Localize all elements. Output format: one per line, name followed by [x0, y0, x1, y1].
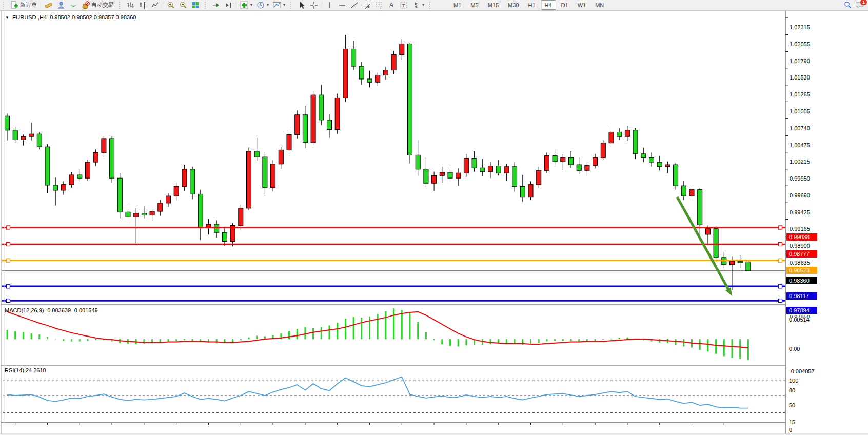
- candle-body: [544, 156, 549, 171]
- candle-body: [134, 213, 139, 217]
- chart-window: ▼ EURUSD-,H4 0.98502 0.98502 0.98357 0.9…: [0, 10, 868, 435]
- text-label-button[interactable]: T: [398, 1, 410, 9]
- zoom-in-button[interactable]: [165, 1, 177, 9]
- toolbar-separator: [236, 2, 236, 9]
- price-level-badge: 0.98777: [786, 250, 817, 258]
- line-chart-button[interactable]: [149, 1, 161, 9]
- toolbar-grip[interactable]: [119, 2, 122, 9]
- new-order-button[interactable]: 新订单: [8, 1, 39, 9]
- chart-canvas[interactable]: [0, 10, 868, 435]
- candlestick-icon: [139, 1, 147, 9]
- candle-body: [102, 139, 106, 152]
- timeframe-button-m30[interactable]: M30: [504, 0, 523, 10]
- crosshair-button[interactable]: [308, 1, 320, 9]
- price-tick-label: 1.00740: [790, 125, 810, 131]
- rsi-axis-label: 50: [789, 402, 795, 408]
- toolbar-grip[interactable]: [290, 2, 293, 9]
- candle-body: [391, 55, 396, 70]
- timeframe-button-d1[interactable]: D1: [557, 0, 573, 10]
- price-tick-label: 0.98635: [790, 260, 810, 266]
- zoom-out-button[interactable]: [177, 1, 189, 9]
- toolbar-grip[interactable]: [205, 2, 208, 9]
- auto-scroll-icon: [212, 1, 220, 9]
- price-level-badge: 0.99038: [786, 233, 817, 241]
- auto-scroll-button[interactable]: [210, 1, 222, 9]
- macd-axis-label: 0.00: [789, 346, 800, 352]
- dropdown-arrow-icon[interactable]: ▾: [267, 3, 269, 7]
- candle-body: [641, 154, 646, 157]
- timeframe-button-m1[interactable]: M1: [449, 0, 465, 10]
- timeframe-button-h4[interactable]: H4: [541, 0, 556, 10]
- line-anchor: [779, 226, 782, 229]
- candle-body: [456, 173, 461, 178]
- candle-body: [464, 159, 468, 173]
- candlestick-chart-button[interactable]: [136, 1, 149, 9]
- indicators-button[interactable]: ▾: [238, 1, 254, 9]
- candle-body: [142, 213, 146, 215]
- timeframe-button-m15[interactable]: M15: [484, 0, 503, 10]
- toolbar-separator: [163, 2, 163, 9]
- candle-body: [53, 185, 58, 190]
- candle-body: [432, 175, 437, 183]
- notifications-icon[interactable]: 1: [856, 2, 864, 10]
- periods-button[interactable]: ▾: [254, 1, 271, 9]
- trendline-button[interactable]: [348, 1, 361, 9]
- candle-body: [271, 164, 275, 188]
- price-tick-label: 0.99165: [790, 226, 810, 232]
- chart-shift-button[interactable]: [222, 1, 234, 9]
- price-tick-label: 1.01790: [790, 58, 810, 64]
- dropdown-arrow-icon[interactable]: ▾: [422, 3, 424, 7]
- candle-body: [528, 185, 533, 197]
- bar-chart-button[interactable]: [124, 1, 136, 9]
- timeframe-button-mn[interactable]: MN: [591, 0, 608, 10]
- macd-indicator-label: MACD(12,26,9) -0.003639 -0.001549: [5, 307, 98, 313]
- candle-body: [408, 44, 412, 155]
- timeframe-button-m5[interactable]: M5: [466, 0, 482, 10]
- line-anchor: [779, 285, 782, 288]
- candle-body: [86, 162, 90, 178]
- dropdown-arrow-icon[interactable]: ▾: [250, 3, 252, 7]
- candle-body: [287, 134, 291, 150]
- notification-count-badge: 1: [860, 0, 867, 5]
- line-anchor: [7, 243, 10, 246]
- candle-body: [649, 157, 654, 162]
- styler-button[interactable]: [43, 1, 55, 9]
- timeframe-button-w1[interactable]: W1: [574, 0, 590, 10]
- candle-body: [311, 95, 315, 142]
- autotrading-button[interactable]: 自动交易: [80, 1, 116, 9]
- signals-button[interactable]: [67, 1, 80, 9]
- one-click-expand-icon[interactable]: ▼: [5, 15, 9, 20]
- price-tick-label: 0.99425: [790, 209, 810, 215]
- candle-body: [303, 115, 307, 143]
- timeframe-button-h1[interactable]: H1: [524, 0, 539, 10]
- tile-windows-button[interactable]: [189, 1, 202, 9]
- candle-body: [698, 190, 702, 225]
- templates-button[interactable]: ▾: [271, 1, 287, 9]
- equidistant-channel-button[interactable]: E: [361, 1, 373, 9]
- price-level-badge: 0.97894: [786, 307, 817, 314]
- rsi-axis-label: 0: [789, 427, 792, 433]
- candle-body: [383, 70, 388, 75]
- toolbar-grip[interactable]: [3, 2, 6, 9]
- text-button[interactable]: A: [385, 1, 398, 9]
- arrows-button[interactable]: ▾: [410, 1, 426, 9]
- toolbar-grip[interactable]: [429, 2, 432, 9]
- dropdown-arrow-icon[interactable]: ▾: [283, 3, 285, 7]
- candle-body: [93, 152, 98, 162]
- fibonacci-button[interactable]: F: [373, 1, 385, 9]
- search-icon[interactable]: [844, 1, 852, 10]
- text-icon: A: [387, 1, 396, 9]
- person-icon: [57, 1, 65, 9]
- horizontal-line-button[interactable]: [336, 1, 348, 9]
- signal-icon: [69, 1, 77, 9]
- candle-body: [617, 132, 622, 136]
- community-button[interactable]: [55, 1, 67, 9]
- line-anchor: [7, 285, 10, 288]
- candle-body: [214, 224, 219, 232]
- cursor-button[interactable]: [295, 1, 308, 9]
- candle-body: [577, 165, 581, 170]
- candle-body: [689, 190, 694, 196]
- zoom-out-icon: [179, 1, 187, 9]
- vertical-line-button[interactable]: [324, 1, 336, 9]
- candle-body: [45, 147, 50, 185]
